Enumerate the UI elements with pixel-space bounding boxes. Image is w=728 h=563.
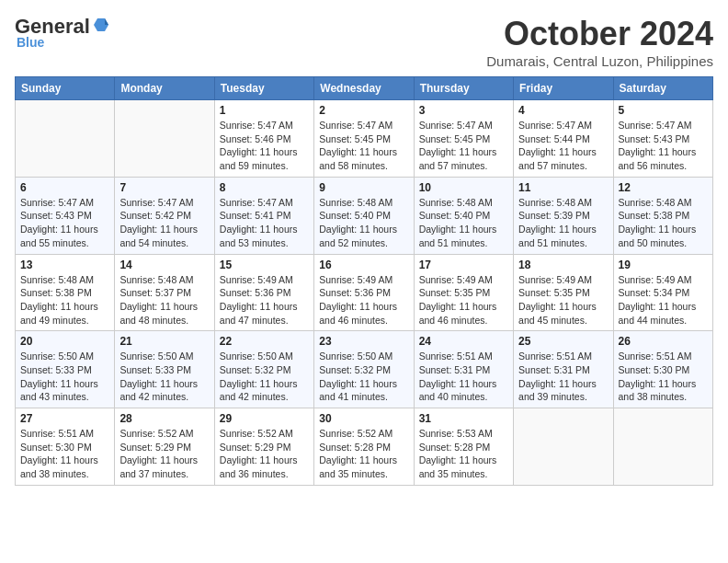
calendar-day-cell: 21Sunrise: 5:50 AMSunset: 5:33 PMDayligh… — [115, 331, 214, 408]
day-number: 12 — [619, 181, 708, 194]
weekday-header-sunday: Sunday — [16, 77, 115, 100]
day-number: 19 — [619, 259, 708, 271]
day-number: 28 — [119, 412, 209, 425]
day-info: Sunrise: 5:51 AMSunset: 5:31 PMDaylight:… — [518, 350, 608, 404]
day-number: 11 — [518, 181, 608, 194]
day-number: 25 — [518, 335, 608, 348]
calendar-day-cell: 19Sunrise: 5:49 AMSunset: 5:34 PMDayligh… — [613, 254, 712, 331]
calendar-day-cell — [115, 100, 214, 178]
calendar-week-row: 1Sunrise: 5:47 AMSunset: 5:46 PMDaylight… — [16, 100, 713, 178]
calendar-day-cell: 31Sunrise: 5:53 AMSunset: 5:28 PMDayligh… — [414, 408, 513, 486]
calendar-week-row: 6Sunrise: 5:47 AMSunset: 5:43 PMDaylight… — [16, 177, 713, 254]
calendar-day-cell: 5Sunrise: 5:47 AMSunset: 5:43 PMDaylight… — [613, 100, 712, 178]
month-title: October 2024 — [486, 15, 713, 53]
day-number: 3 — [419, 104, 508, 117]
day-number: 9 — [319, 181, 408, 194]
weekday-header-monday: Monday — [115, 77, 214, 100]
day-info: Sunrise: 5:48 AMSunset: 5:39 PMDaylight:… — [518, 196, 608, 250]
day-number: 8 — [220, 181, 309, 194]
day-number: 18 — [518, 259, 608, 271]
logo: General Blue — [15, 15, 108, 50]
weekday-header-friday: Friday — [514, 77, 613, 100]
day-info: Sunrise: 5:47 AMSunset: 5:43 PMDaylight:… — [20, 196, 109, 250]
day-number: 1 — [220, 104, 309, 117]
day-number: 16 — [319, 259, 408, 271]
calendar-day-cell: 20Sunrise: 5:50 AMSunset: 5:33 PMDayligh… — [16, 331, 115, 408]
day-info: Sunrise: 5:47 AMSunset: 5:41 PMDaylight:… — [220, 196, 309, 250]
day-number: 20 — [20, 335, 109, 348]
day-info: Sunrise: 5:49 AMSunset: 5:36 PMDaylight:… — [319, 273, 408, 327]
calendar-day-cell: 9Sunrise: 5:48 AMSunset: 5:40 PMDaylight… — [314, 177, 414, 254]
day-info: Sunrise: 5:47 AMSunset: 5:45 PMDaylight:… — [419, 119, 508, 173]
day-number: 26 — [619, 335, 708, 348]
day-info: Sunrise: 5:48 AMSunset: 5:37 PMDaylight:… — [119, 273, 209, 327]
day-info: Sunrise: 5:49 AMSunset: 5:34 PMDaylight:… — [619, 273, 708, 327]
day-info: Sunrise: 5:50 AMSunset: 5:32 PMDaylight:… — [319, 350, 408, 404]
calendar-day-cell: 11Sunrise: 5:48 AMSunset: 5:39 PMDayligh… — [514, 177, 613, 254]
day-info: Sunrise: 5:52 AMSunset: 5:29 PMDaylight:… — [220, 427, 309, 481]
calendar-day-cell: 15Sunrise: 5:49 AMSunset: 5:36 PMDayligh… — [214, 254, 313, 331]
day-number: 23 — [319, 335, 408, 348]
day-number: 4 — [518, 104, 608, 117]
calendar-day-cell: 17Sunrise: 5:49 AMSunset: 5:35 PMDayligh… — [414, 254, 513, 331]
calendar-day-cell: 24Sunrise: 5:51 AMSunset: 5:31 PMDayligh… — [414, 331, 513, 408]
day-info: Sunrise: 5:49 AMSunset: 5:35 PMDaylight:… — [419, 273, 508, 327]
calendar-day-cell: 23Sunrise: 5:50 AMSunset: 5:32 PMDayligh… — [314, 331, 414, 408]
calendar-week-row: 27Sunrise: 5:51 AMSunset: 5:30 PMDayligh… — [16, 408, 713, 486]
svg-marker-1 — [105, 18, 108, 25]
logo-arrow-icon — [92, 17, 108, 33]
calendar-day-cell: 14Sunrise: 5:48 AMSunset: 5:37 PMDayligh… — [115, 254, 214, 331]
day-info: Sunrise: 5:50 AMSunset: 5:33 PMDaylight:… — [119, 350, 209, 404]
day-info: Sunrise: 5:52 AMSunset: 5:29 PMDaylight:… — [119, 427, 209, 481]
calendar-day-cell: 3Sunrise: 5:47 AMSunset: 5:45 PMDaylight… — [414, 100, 513, 178]
day-info: Sunrise: 5:52 AMSunset: 5:28 PMDaylight:… — [319, 427, 408, 481]
day-info: Sunrise: 5:48 AMSunset: 5:38 PMDaylight:… — [619, 196, 708, 250]
day-info: Sunrise: 5:50 AMSunset: 5:32 PMDaylight:… — [220, 350, 309, 404]
calendar-day-cell: 10Sunrise: 5:48 AMSunset: 5:40 PMDayligh… — [414, 177, 513, 254]
day-number: 13 — [20, 259, 109, 271]
day-info: Sunrise: 5:51 AMSunset: 5:30 PMDaylight:… — [619, 350, 708, 404]
logo-blue-text: Blue — [17, 35, 44, 50]
calendar-day-cell: 22Sunrise: 5:50 AMSunset: 5:32 PMDayligh… — [214, 331, 313, 408]
day-info: Sunrise: 5:49 AMSunset: 5:36 PMDaylight:… — [220, 273, 309, 327]
day-info: Sunrise: 5:51 AMSunset: 5:31 PMDaylight:… — [419, 350, 508, 404]
calendar-day-cell — [16, 100, 115, 178]
calendar-day-cell: 6Sunrise: 5:47 AMSunset: 5:43 PMDaylight… — [16, 177, 115, 254]
day-info: Sunrise: 5:50 AMSunset: 5:33 PMDaylight:… — [20, 350, 109, 404]
calendar-day-cell: 16Sunrise: 5:49 AMSunset: 5:36 PMDayligh… — [314, 254, 414, 331]
day-info: Sunrise: 5:47 AMSunset: 5:45 PMDaylight:… — [319, 119, 408, 173]
day-info: Sunrise: 5:51 AMSunset: 5:30 PMDaylight:… — [20, 427, 109, 481]
calendar-day-cell: 8Sunrise: 5:47 AMSunset: 5:41 PMDaylight… — [214, 177, 313, 254]
day-info: Sunrise: 5:47 AMSunset: 5:44 PMDaylight:… — [518, 119, 608, 173]
day-info: Sunrise: 5:47 AMSunset: 5:46 PMDaylight:… — [220, 119, 309, 173]
calendar-day-cell: 1Sunrise: 5:47 AMSunset: 5:46 PMDaylight… — [214, 100, 313, 178]
day-info: Sunrise: 5:48 AMSunset: 5:38 PMDaylight:… — [20, 273, 109, 327]
weekday-header-row: SundayMondayTuesdayWednesdayThursdayFrid… — [16, 77, 713, 100]
day-info: Sunrise: 5:47 AMSunset: 5:42 PMDaylight:… — [119, 196, 209, 250]
calendar-day-cell: 29Sunrise: 5:52 AMSunset: 5:29 PMDayligh… — [214, 408, 313, 486]
page-header: General Blue October 2024 Dumarais, Cent… — [15, 15, 713, 69]
calendar-day-cell: 26Sunrise: 5:51 AMSunset: 5:30 PMDayligh… — [613, 331, 712, 408]
calendar-day-cell: 4Sunrise: 5:47 AMSunset: 5:44 PMDaylight… — [514, 100, 613, 178]
calendar-day-cell: 27Sunrise: 5:51 AMSunset: 5:30 PMDayligh… — [16, 408, 115, 486]
day-info: Sunrise: 5:53 AMSunset: 5:28 PMDaylight:… — [419, 427, 508, 481]
day-number: 24 — [419, 335, 508, 348]
day-number: 30 — [319, 412, 408, 425]
calendar-day-cell: 13Sunrise: 5:48 AMSunset: 5:38 PMDayligh… — [16, 254, 115, 331]
calendar-day-cell — [514, 408, 613, 486]
location-text: Dumarais, Central Luzon, Philippines — [486, 53, 713, 69]
day-info: Sunrise: 5:48 AMSunset: 5:40 PMDaylight:… — [419, 196, 508, 250]
calendar-day-cell: 25Sunrise: 5:51 AMSunset: 5:31 PMDayligh… — [514, 331, 613, 408]
calendar-table: SundayMondayTuesdayWednesdayThursdayFrid… — [15, 76, 713, 486]
day-number: 22 — [220, 335, 309, 348]
day-number: 2 — [319, 104, 408, 117]
calendar-week-row: 20Sunrise: 5:50 AMSunset: 5:33 PMDayligh… — [16, 331, 713, 408]
day-number: 14 — [119, 259, 209, 271]
day-number: 10 — [419, 181, 508, 194]
title-block: October 2024 Dumarais, Central Luzon, Ph… — [486, 15, 713, 69]
day-info: Sunrise: 5:49 AMSunset: 5:35 PMDaylight:… — [518, 273, 608, 327]
day-number: 17 — [419, 259, 508, 271]
weekday-header-wednesday: Wednesday — [314, 77, 414, 100]
calendar-day-cell: 12Sunrise: 5:48 AMSunset: 5:38 PMDayligh… — [613, 177, 712, 254]
day-info: Sunrise: 5:48 AMSunset: 5:40 PMDaylight:… — [319, 196, 408, 250]
